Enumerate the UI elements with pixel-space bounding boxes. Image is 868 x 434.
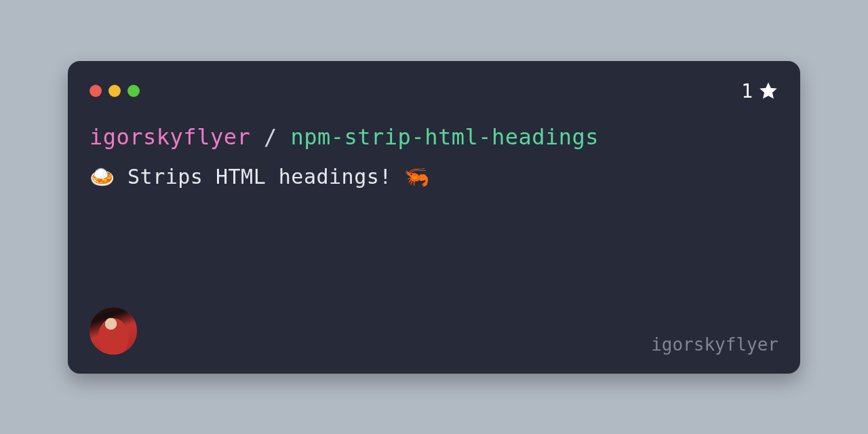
repo-name[interactable]: npm-strip-html-headings <box>290 124 599 150</box>
username-label[interactable]: igorskyflyer <box>651 334 778 355</box>
close-icon[interactable] <box>90 85 102 97</box>
card-header: 1 <box>90 80 778 102</box>
card-footer: igorskyflyer <box>90 307 778 355</box>
repo-title: igorskyflyer / npm-strip-html-headings <box>90 124 778 150</box>
maximize-icon[interactable] <box>127 85 140 97</box>
repo-description: 🍛 Strips HTML headings! 🦐 <box>90 165 778 189</box>
repo-owner[interactable]: igorskyflyer <box>90 124 250 150</box>
star-icon <box>758 81 778 101</box>
repo-separator: / <box>250 124 290 150</box>
star-count-value: 1 <box>741 80 753 102</box>
avatar-image <box>90 307 137 355</box>
minimize-icon[interactable] <box>108 85 121 97</box>
star-count: 1 <box>741 80 778 102</box>
repo-card: 1 igorskyflyer / npm-strip-html-headings… <box>68 61 800 374</box>
avatar[interactable] <box>90 307 137 355</box>
traffic-lights <box>90 85 140 97</box>
